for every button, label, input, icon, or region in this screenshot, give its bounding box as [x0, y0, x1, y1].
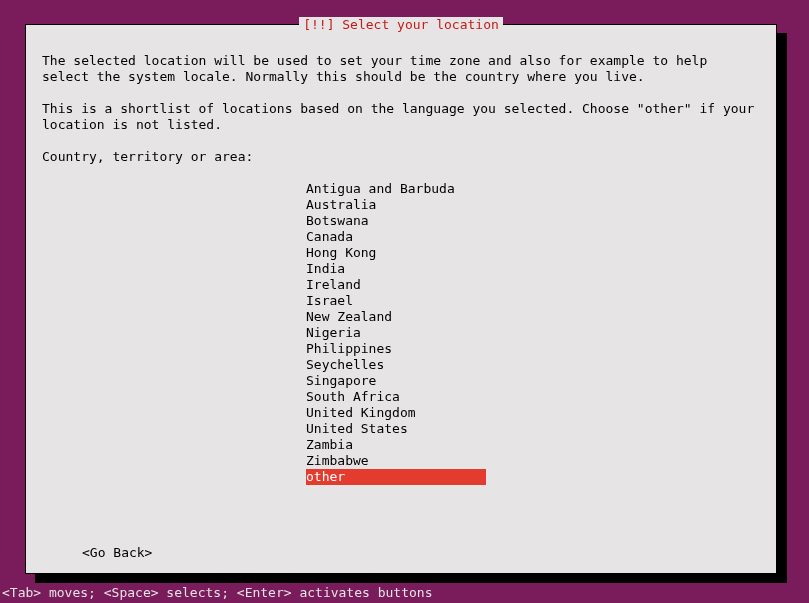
list-item[interactable]: Philippines [306, 341, 760, 357]
location-dialog: [!!] Select your location The selected l… [25, 24, 777, 574]
list-item[interactable]: India [306, 261, 760, 277]
list-item[interactable]: Seychelles [306, 357, 760, 373]
list-item[interactable]: Zambia [306, 437, 760, 453]
list-item[interactable]: Israel [306, 293, 760, 309]
go-back-button[interactable]: <Go Back> [82, 545, 152, 561]
list-item[interactable]: United States [306, 421, 760, 437]
keyboard-hint: <Tab> moves; <Space> selects; <Enter> ac… [0, 585, 432, 601]
list-item[interactable]: Singapore [306, 373, 760, 389]
list-item[interactable]: other [306, 469, 486, 485]
list-item[interactable]: Antigua and Barbuda [306, 181, 760, 197]
list-item[interactable]: Canada [306, 229, 760, 245]
list-item[interactable]: New Zealand [306, 309, 760, 325]
intro-paragraph-2: This is a shortlist of locations based o… [42, 101, 760, 133]
list-item[interactable]: Botswana [306, 213, 760, 229]
dialog-title: [!!] Select your location [299, 17, 503, 32]
list-item[interactable]: Ireland [306, 277, 760, 293]
list-item[interactable]: Australia [306, 197, 760, 213]
dialog-title-row: [!!] Select your location [26, 17, 776, 33]
list-prompt: Country, territory or area: [42, 149, 760, 165]
list-item[interactable]: South Africa [306, 389, 760, 405]
intro-paragraph-1: The selected location will be used to se… [42, 53, 760, 85]
list-item[interactable]: Nigeria [306, 325, 760, 341]
list-item[interactable]: United Kingdom [306, 405, 760, 421]
list-item[interactable]: Zimbabwe [306, 453, 760, 469]
dialog-content: The selected location will be used to se… [26, 25, 776, 485]
location-list[interactable]: Antigua and BarbudaAustraliaBotswanaCana… [306, 181, 760, 485]
list-item[interactable]: Hong Kong [306, 245, 760, 261]
